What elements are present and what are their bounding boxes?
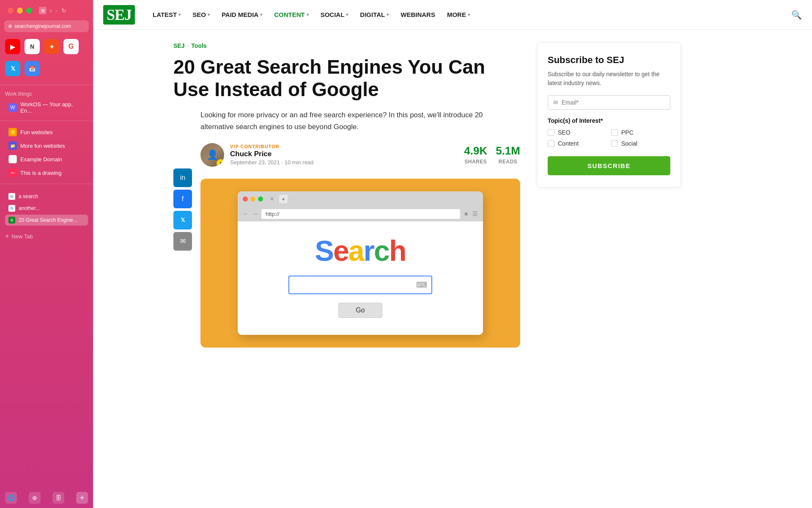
nav-content[interactable]: CONTENT ▾ [269,8,314,22]
back-icon[interactable]: ‹ [50,7,52,14]
add-tab-icon[interactable]: + [76,492,88,504]
author-row: 👤 ★ VIP CONTRIBUTOR Chuck Price Septembe… [200,143,520,167]
close-button[interactable] [8,8,14,14]
article-title: 20 Great Search Engines You Can Use Inst… [173,56,495,101]
dock-icon-1[interactable]: 🌐 [5,492,17,504]
refresh-icon[interactable]: ↻ [61,7,66,14]
checkbox-content[interactable] [548,140,554,147]
nav-paid-media[interactable]: PAID MEDIA ▾ [217,8,267,22]
share-facebook-button[interactable]: f [173,190,192,208]
share-email-button[interactable]: ✉ [173,232,192,251]
sidebar-item-fun-websites[interactable]: 🌟 Fun websites [5,125,88,139]
sidebar-item-more-fun[interactable]: 📁 More fun websites [5,139,88,152]
sidebar-group-fun: 🌟 Fun websites 📁 More fun websites □ Exa… [0,123,93,182]
topic-social: Social [611,140,670,147]
browser-search-input[interactable] [294,279,413,291]
browser-forward-btn[interactable]: → [252,210,258,217]
browser-topbar: ✕ + [238,191,483,207]
subscribe-title: Subscribe to SEJ [548,55,670,66]
chevron-down-icon: ▾ [208,12,210,17]
sidebar-tabs: G a search G another... S 20 Great Searc… [0,188,93,230]
nav-digital[interactable]: DIGITAL ▾ [355,8,394,22]
article-description: Looking for more privacy or an ad free s… [200,109,497,133]
author-name[interactable]: Chuck Price [230,150,458,158]
browser-fullscreen-btn[interactable] [258,196,263,202]
more-fun-icon: 📁 [8,141,17,150]
browser-urlbar-row: ← → http:// ★ ☰ [238,207,483,221]
fav-youtube[interactable]: ▶ [5,39,20,54]
sidebar-item-fun-label: Fun websites [20,129,53,135]
workos-icon: W [8,103,17,112]
share-twitter-button[interactable]: 𝕏 [173,211,192,229]
new-tab-button[interactable]: + New Tab [0,230,93,243]
sidebar-tab-another[interactable]: G another... [5,203,88,214]
nav-webinars[interactable]: WEBINARS [395,8,440,22]
shares-label: SHARES [464,159,487,165]
divider-2 [0,121,93,121]
browser-close-btn[interactable] [243,196,248,202]
checkbox-seo[interactable] [548,129,554,136]
fav-calendar[interactable]: 📅 [25,61,40,76]
browser-search-input-row: ⌨ [288,276,432,294]
sej-logo[interactable]: SEJ [103,5,135,25]
tab-favicon-sej: S [8,217,15,224]
browser-menu-icon[interactable]: ☰ [472,210,478,217]
fav-figma[interactable]: ✦ [44,39,59,54]
browser-minimize-btn[interactable] [250,196,255,202]
topic-seo: SEO [548,129,607,136]
sidebar-tab-another-label: another... [19,205,40,211]
tab-favicon-search: G [8,193,15,200]
fav-google-alt[interactable]: G [63,39,79,54]
forward-icon: › [55,7,58,14]
email-field[interactable] [562,99,665,106]
sidebar-item-drawing[interactable]: ✏ This is a drawing [5,166,88,179]
browser-url-bar[interactable]: http:// [261,209,460,219]
featured-image: ✕ + ← → http:// ★ ☰ [200,179,520,348]
nav-more[interactable]: MORE ▾ [442,8,475,22]
checkbox-ppc[interactable] [611,129,618,136]
minimize-button[interactable] [17,8,23,14]
nav-latest[interactable]: LATEST ▾ [148,8,186,22]
browser-close-x[interactable]: ✕ [270,196,274,202]
author-read-time: 10 min read [285,159,314,166]
topic-ppc-label: PPC [621,129,634,136]
browser-go-button[interactable]: Go [338,303,382,318]
browser-bookmark-icon[interactable]: ★ [464,210,469,217]
breadcrumb-tools[interactable]: Tools [191,42,206,49]
email-input-row[interactable]: ✉ [548,95,670,110]
article-content-body: Looking for more privacy or an ad free s… [200,109,520,348]
sidebar-bottom-dock: 🌐 ⊕ 🗄 + [0,488,93,508]
share-linkedin-button[interactable]: in [173,168,192,187]
search-icon[interactable]: 🔍 [791,10,802,20]
stats-row: 4.9K SHARES 5.1M READS [464,144,520,165]
vip-badge: ★ [217,159,224,167]
dock-icon-3[interactable]: 🗄 [52,492,64,504]
author-info: VIP CONTRIBUTOR Chuck Price September 23… [230,144,458,166]
checkbox-social[interactable] [611,140,618,147]
sidebar-toggle-icon[interactable]: ⊞ [39,7,47,14]
nav-seo[interactable]: SEO ▾ [187,8,215,22]
fullscreen-button[interactable] [26,8,32,14]
nav-social[interactable]: SOCIAL ▾ [315,8,354,22]
url-bar[interactable]: searchenginejournal.com [4,20,89,32]
dock-icon-2[interactable]: ⊕ [29,492,41,504]
subscribe-button[interactable]: SUBSCRIBE [548,156,670,175]
traffic-lights: ⊞ ‹ › ↻ [0,0,93,19]
reads-stat: 5.1M READS [496,144,520,165]
sidebar-tab-search-label: a search [19,193,38,199]
article-body-wrapper: in f 𝕏 ✉ Looking for more privacy or an … [173,109,520,348]
top-navigation: SEJ LATEST ▾ SEO ▾ PAID MEDIA ▾ CONTENT … [93,0,812,30]
fav-notion[interactable]: N [25,39,40,54]
sidebar-item-example[interactable]: □ Example Domain [5,152,88,166]
chevron-down-icon: ▾ [387,12,389,17]
topics-grid: SEO PPC Content Social [548,129,670,147]
sidebar-tab-search[interactable]: G a search [5,191,88,202]
sidebar-tab-sej[interactable]: S 20 Great Search Engine... [5,215,88,226]
fav-twitter[interactable]: 𝕏 [5,61,20,76]
browser-new-tab-btn[interactable]: + [279,195,288,203]
favorites-row-1: ▶ N ✦ G [0,37,93,59]
social-share-bar: in f 𝕏 ✉ [173,109,200,348]
browser-back-btn[interactable]: ← [243,210,249,217]
breadcrumb-sej[interactable]: SEJ [173,42,184,49]
sidebar-item-workos[interactable]: W WorkOS — Your app, En... [5,99,88,116]
